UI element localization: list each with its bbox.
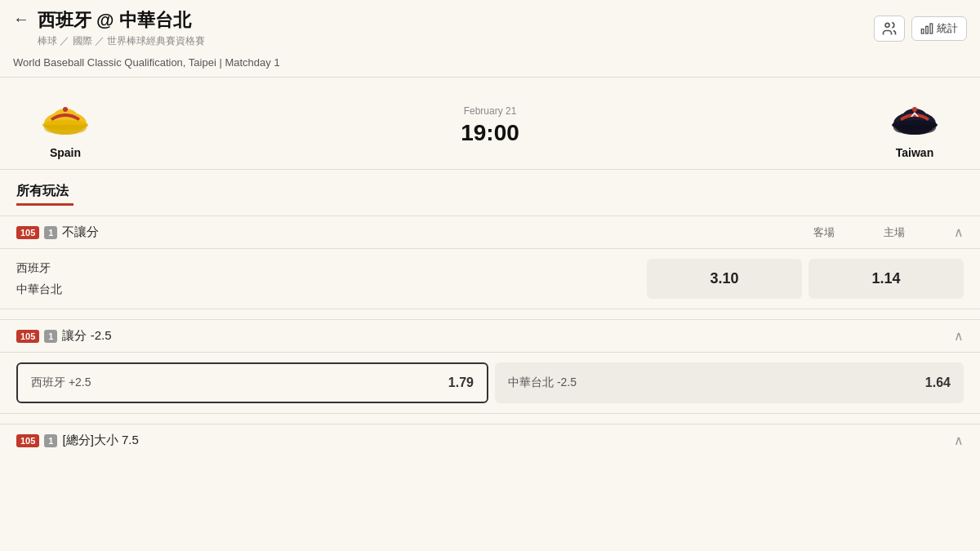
totals-category[interactable]: 105 1 [總分]大小 7.5 ∧	[0, 424, 980, 456]
moneyline-odds-away[interactable]: 3.10	[647, 259, 802, 299]
match-container: Spain February 21 19:00	[0, 78, 980, 170]
back-button[interactable]: ←	[13, 10, 29, 29]
handicap-badge-red: 105	[16, 330, 39, 343]
handicap-away-label: 西班牙 +2.5	[31, 375, 91, 390]
totals-badge-red: 105	[16, 434, 39, 447]
svg-point-9	[912, 107, 917, 112]
moneyline-category-right: 客場 主場 ∧	[813, 224, 964, 240]
stats-button[interactable]: 統計	[911, 16, 967, 41]
title-block: 西班牙 @ 中華台北 棒球 ／ 國際 ／ 世界棒球經典賽資格賽	[38, 8, 205, 48]
section-title: 所有玩法	[0, 170, 980, 203]
top-header: ← 西班牙 @ 中華台北 棒球 ／ 國際 ／ 世界棒球經典賽資格賽 統計	[0, 0, 980, 51]
stats-label: 統計	[937, 21, 958, 36]
totals-badge-gray: 1	[44, 434, 57, 447]
home-team-logo	[890, 92, 939, 141]
svg-point-0	[885, 23, 889, 27]
handicap-badge-gray: 1	[44, 330, 57, 343]
svg-rect-1	[930, 24, 933, 33]
section-title-underline	[16, 203, 74, 206]
moneyline-team-labels: 西班牙 中華台北	[16, 259, 637, 299]
sub-header-matchday: Matchday 1	[225, 56, 279, 69]
away-team-block: Spain	[16, 92, 114, 159]
moneyline-label: 不讓分	[62, 224, 99, 240]
header-right: 統計	[874, 16, 967, 42]
match-date: February 21	[114, 105, 866, 117]
handicap-label: 讓分 -2.5	[62, 328, 111, 344]
handicap-away-cell[interactable]: 西班牙 +2.5 1.79	[16, 362, 488, 403]
totals-chevron: ∧	[954, 433, 964, 448]
page-title: 西班牙 @ 中華台北	[38, 8, 205, 33]
totals-category-left: 105 1 [總分]大小 7.5	[16, 433, 139, 448]
handicap-chevron: ∧	[954, 328, 964, 344]
moneyline-odds-row: 西班牙 中華台北 3.10 1.14	[0, 249, 980, 309]
lineup-icon-button[interactable]	[874, 16, 905, 42]
totals-label: [總分]大小 7.5	[62, 433, 138, 448]
moneyline-badge-gray: 1	[44, 226, 57, 239]
moneyline-odds-cells: 3.10 1.14	[647, 259, 964, 299]
handicap-home-label: 中華台北 -2.5	[508, 375, 577, 390]
away-team-logo	[41, 92, 90, 141]
col2-header: 主場	[884, 225, 905, 240]
home-team-name: Taiwan	[896, 146, 933, 159]
handicap-category[interactable]: 105 1 讓分 -2.5 ∧	[0, 319, 980, 353]
moneyline-team2: 中華台北	[16, 282, 637, 297]
sub-header: World Baseball Classic Qualification, Ta…	[0, 51, 980, 78]
handicap-away-odds: 1.79	[448, 375, 474, 390]
handicap-home-cell[interactable]: 中華台北 -2.5 1.64	[495, 362, 964, 403]
svg-rect-3	[921, 29, 924, 33]
moneyline-category-left: 105 1 不讓分	[16, 224, 99, 240]
header-left: ← 西班牙 @ 中華台北 棒球 ／ 國際 ／ 世界棒球經典賽資格賽	[13, 8, 205, 48]
handicap-spread-row: 西班牙 +2.5 1.79 中華台北 -2.5 1.64	[0, 353, 980, 414]
match-center: February 21 19:00	[114, 105, 866, 146]
moneyline-category[interactable]: 105 1 不讓分 客場 主場 ∧	[0, 216, 980, 249]
match-time: 19:00	[114, 120, 866, 146]
moneyline-chevron: ∧	[954, 224, 964, 240]
breadcrumb: 棒球 ／ 國際 ／ 世界棒球經典賽資格賽	[38, 34, 205, 48]
moneyline-badge-red: 105	[16, 226, 39, 239]
handicap-home-odds: 1.64	[925, 375, 951, 390]
away-team-name: Spain	[50, 146, 81, 159]
col1-header: 客場	[813, 225, 835, 240]
home-team-block: Taiwan	[866, 92, 964, 159]
sub-header-text: World Baseball Classic Qualification, Ta…	[13, 56, 216, 69]
moneyline-odds-home[interactable]: 1.14	[808, 259, 964, 299]
moneyline-team1: 西班牙	[16, 261, 637, 276]
handicap-category-left: 105 1 讓分 -2.5	[16, 328, 112, 344]
svg-point-6	[63, 107, 68, 112]
svg-rect-2	[926, 26, 929, 33]
